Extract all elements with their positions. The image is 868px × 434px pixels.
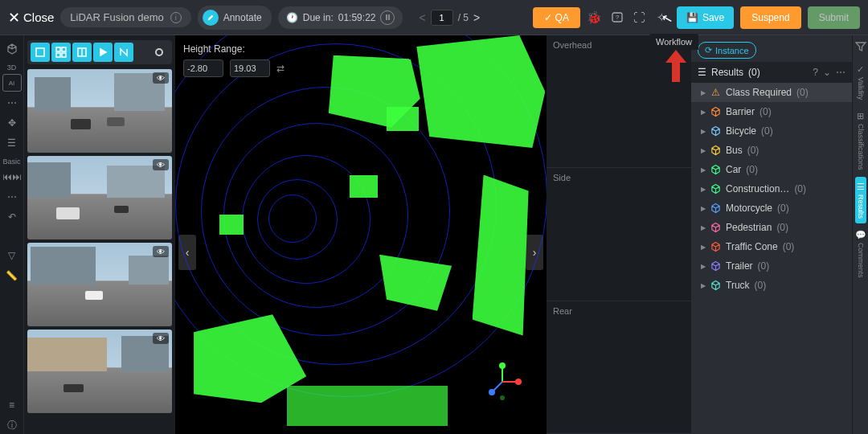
camera-thumb-1[interactable]: 👁 bbox=[27, 69, 172, 153]
class-count: (0) bbox=[758, 260, 770, 272]
clock-icon: 🕐 bbox=[286, 12, 298, 23]
divider-icon: ⋯ bbox=[2, 94, 22, 112]
frame-total: / 5 bbox=[458, 12, 469, 23]
qa-button[interactable]: ✓ QA bbox=[533, 7, 580, 28]
submit-button[interactable]: Submit bbox=[808, 6, 860, 29]
view-grid-icon[interactable] bbox=[51, 43, 71, 62]
view-play-icon[interactable] bbox=[93, 43, 113, 62]
expand-icon[interactable]: ▶ bbox=[701, 128, 706, 135]
annotate-button[interactable]: Annotate bbox=[198, 6, 272, 30]
expand-icon[interactable]: ▶ bbox=[701, 166, 706, 174]
workflow-tab[interactable]: Workflow bbox=[649, 34, 698, 50]
result-row[interactable]: ▶Traffic Cone(0) bbox=[691, 237, 852, 256]
bug-icon[interactable]: 🐞 bbox=[587, 10, 603, 26]
help-small-icon[interactable]: ? bbox=[813, 67, 818, 78]
class-count: (0) bbox=[776, 222, 788, 233]
expand-icon[interactable]: ▶ bbox=[701, 282, 706, 289]
info-icon[interactable]: i bbox=[170, 12, 182, 23]
more-icon[interactable]: ⋯ bbox=[2, 188, 22, 206]
record-icon[interactable] bbox=[149, 43, 169, 62]
close-button[interactable]: ✕ Close bbox=[8, 10, 54, 25]
class-label: Bicycle bbox=[726, 125, 756, 137]
class-count: (0) bbox=[755, 280, 767, 291]
eye-icon[interactable]: 👁 bbox=[153, 72, 169, 84]
side-view[interactable]: Side bbox=[547, 168, 691, 301]
class-label: Truck bbox=[726, 280, 750, 291]
result-row[interactable]: ▶Pedestrian(0) bbox=[691, 218, 852, 237]
expand-icon[interactable]: ▶ bbox=[701, 205, 706, 212]
class-label: Pedestrian bbox=[726, 222, 772, 233]
result-row[interactable]: ▶Motorcycle(0) bbox=[691, 199, 852, 218]
expand-icon[interactable]: ▶ bbox=[701, 89, 706, 96]
cube-icon bbox=[710, 184, 721, 194]
results-label: Results bbox=[711, 67, 743, 78]
expand-icon[interactable]: ▶ bbox=[701, 186, 706, 193]
rear-view[interactable]: Rear bbox=[547, 301, 691, 434]
expand-icon[interactable]: ▶ bbox=[701, 108, 706, 116]
pause-icon[interactable] bbox=[380, 10, 395, 25]
layers-icon[interactable]: ☰ bbox=[2, 134, 22, 152]
height-max-input[interactable] bbox=[230, 59, 270, 77]
camera-thumb-3[interactable]: 👁 bbox=[27, 243, 172, 326]
classifications-tab[interactable]: ⊞Classifications bbox=[855, 106, 866, 175]
svg-rect-5 bbox=[56, 53, 60, 57]
frame-pager: < / 5 > bbox=[419, 10, 480, 26]
filter-icon[interactable]: ▽ bbox=[2, 247, 22, 264]
funnel-icon[interactable] bbox=[854, 40, 867, 53]
more-menu-icon[interactable]: ⋯ bbox=[836, 67, 845, 78]
result-row[interactable]: ▶Bus(0) bbox=[691, 141, 852, 160]
instance-tab[interactable]: ⟳ Instance bbox=[698, 42, 756, 59]
sliders-icon[interactable]: ≡ bbox=[2, 396, 22, 414]
move-tool-icon[interactable]: ✥ bbox=[2, 114, 22, 132]
height-min-input[interactable] bbox=[183, 59, 223, 77]
prev-frame-icon[interactable]: < bbox=[419, 11, 425, 24]
results-panel: Workflow ⟳ Instance ☰ Results (0) ? ⌄ ⋯ … bbox=[691, 35, 852, 434]
frame-input[interactable] bbox=[431, 10, 453, 26]
step-tool-icon[interactable]: ⏮⏭ bbox=[2, 168, 22, 186]
view-split-icon[interactable] bbox=[72, 43, 92, 62]
lidar-canvas[interactable]: Height Range: ⇄ ‹ › bbox=[175, 35, 547, 434]
eye-icon[interactable]: 👁 bbox=[153, 246, 169, 257]
swap-icon[interactable]: ⇄ bbox=[276, 63, 285, 74]
result-row[interactable]: ▶Trailer(0) bbox=[691, 256, 852, 276]
instance-label: Instance bbox=[715, 46, 749, 55]
view-single-icon[interactable] bbox=[31, 43, 50, 62]
result-row[interactable]: ▶Bicycle(0) bbox=[691, 121, 852, 141]
expand-icon[interactable]: ▶ bbox=[701, 244, 706, 251]
check-icon: ✓ bbox=[544, 12, 552, 23]
settings-icon[interactable]: ✧ bbox=[654, 10, 670, 26]
cube-icon bbox=[710, 165, 721, 175]
cube-icon bbox=[710, 126, 721, 137]
svg-point-14 bbox=[489, 389, 495, 395]
help-icon[interactable]: ? bbox=[609, 10, 625, 26]
eye-icon[interactable]: 👁 bbox=[153, 333, 169, 344]
view-n-icon[interactable] bbox=[114, 43, 133, 62]
fullscreen-icon[interactable]: ⛶ bbox=[632, 10, 648, 26]
collapse-icon[interactable]: ⌄ bbox=[823, 67, 831, 78]
ruler-icon[interactable]: 📏 bbox=[2, 267, 22, 285]
cube-3d-icon[interactable] bbox=[2, 40, 22, 58]
results-tab[interactable]: ☰Results bbox=[855, 177, 866, 223]
svg-text:?: ? bbox=[616, 14, 620, 21]
ai-tool-icon[interactable]: AI bbox=[2, 74, 22, 92]
undo-icon[interactable]: ↶ bbox=[2, 208, 22, 226]
camera-thumb-2[interactable]: 👁 bbox=[27, 156, 172, 240]
comments-tab[interactable]: 💬Comments bbox=[854, 225, 868, 283]
eye-icon[interactable]: 👁 bbox=[153, 159, 169, 170]
expand-icon[interactable]: ▶ bbox=[701, 263, 706, 270]
camera-thumb-4[interactable]: 👁 bbox=[27, 330, 172, 413]
result-row[interactable]: ▶Car(0) bbox=[691, 160, 852, 179]
next-frame-icon[interactable]: > bbox=[473, 11, 480, 24]
expand-icon[interactable]: ▶ bbox=[701, 147, 706, 154]
result-row[interactable]: ▶Barrier(0) bbox=[691, 102, 852, 121]
result-row[interactable]: ▶Construction…(0) bbox=[691, 179, 852, 199]
save-button[interactable]: 💾 Save bbox=[677, 6, 734, 29]
suspend-button[interactable]: Suspend bbox=[740, 6, 800, 29]
validity-tab[interactable]: ✓Validity bbox=[855, 59, 866, 104]
result-row[interactable]: ▶Truck(0) bbox=[691, 276, 852, 295]
expand-icon[interactable]: ▶ bbox=[701, 224, 706, 231]
axis-gizmo[interactable] bbox=[482, 362, 522, 402]
project-title-pill[interactable]: LiDAR Fusion demo i bbox=[60, 7, 190, 27]
result-row[interactable]: ▶⚠Class Required(0) bbox=[691, 83, 852, 102]
help-rail-icon[interactable]: ⓘ bbox=[2, 416, 22, 434]
